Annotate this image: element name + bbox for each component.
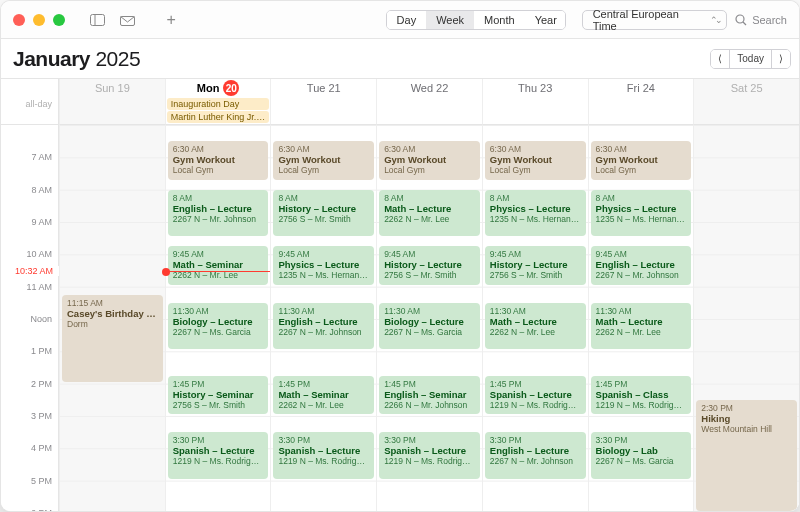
- day-column[interactable]: 6:30 AMGym WorkoutLocal Gym8 AMPhysics –…: [482, 125, 588, 511]
- day-column[interactable]: 6:30 AMGym WorkoutLocal Gym8 AMPhysics –…: [588, 125, 694, 511]
- day-header[interactable]: Thu 23: [482, 79, 588, 97]
- today-button[interactable]: Today: [729, 50, 771, 68]
- day-header[interactable]: Sat 25: [693, 79, 799, 97]
- view-week[interactable]: Week: [426, 11, 474, 29]
- day-header[interactable]: Fri 24: [588, 79, 694, 97]
- event[interactable]: 3:30 PMSpanish – Lecture1219 N – Ms. Rod…: [168, 432, 269, 479]
- event-title: Spanish – Class: [596, 389, 687, 400]
- hour-label: 2 PM: [31, 379, 52, 389]
- day-column[interactable]: 6:30 AMGym WorkoutLocal Gym8 AMMath – Le…: [376, 125, 482, 511]
- allday-cell[interactable]: [376, 97, 482, 125]
- event[interactable]: 8 AMEnglish – Lecture2267 N – Mr. Johnso…: [168, 190, 269, 237]
- sidebar-toggle-icon[interactable]: [87, 10, 109, 30]
- close-window-button[interactable]: [13, 14, 25, 26]
- event[interactable]: 9:45 AMPhysics – Lecture1235 N – Ms. Her…: [273, 246, 374, 284]
- fullscreen-window-button[interactable]: [53, 14, 65, 26]
- event-location: Local Gym: [490, 165, 581, 175]
- event[interactable]: 11:30 AMMath – Lecture2262 N – Mr. Lee: [485, 303, 586, 350]
- event-title: History – Lecture: [384, 259, 475, 270]
- event[interactable]: 1:45 PMHistory – Seminar2756 S – Mr. Smi…: [168, 376, 269, 414]
- search-field[interactable]: Search: [735, 14, 787, 26]
- allday-cell[interactable]: [59, 97, 165, 125]
- event-time: 9:45 AM: [490, 249, 581, 259]
- event[interactable]: 6:30 AMGym WorkoutLocal Gym: [379, 141, 480, 179]
- event-location: 1219 N – Ms. Rodriguez: [173, 456, 264, 466]
- event[interactable]: 6:30 AMGym WorkoutLocal Gym: [273, 141, 374, 179]
- event[interactable]: 2:30 PMHikingWest Mountain Hill: [696, 400, 797, 511]
- day-header[interactable]: Mon20: [165, 79, 271, 97]
- day-header[interactable]: Tue 21: [270, 79, 376, 97]
- view-day[interactable]: Day: [387, 11, 427, 29]
- event[interactable]: 8 AMPhysics – Lecture1235 N – Ms. Hernan…: [591, 190, 692, 237]
- event[interactable]: 9:45 AMEnglish – Lecture2267 N – Mr. Joh…: [591, 246, 692, 284]
- allday-cell[interactable]: [693, 97, 799, 125]
- day-column[interactable]: 11:15 AMCasey's Birthday PartyDorm: [59, 125, 165, 511]
- next-week-button[interactable]: ⟩: [771, 50, 790, 68]
- event-location: 2756 S – Mr. Smith: [384, 270, 475, 280]
- event-time: 2:30 PM: [701, 403, 792, 413]
- event[interactable]: 11:15 AMCasey's Birthday PartyDorm: [62, 295, 163, 382]
- event[interactable]: 9:45 AMMath – Seminar2262 N – Mr. Lee: [168, 246, 269, 284]
- allday-cell[interactable]: Inauguration DayMartin Luther King Jr.…: [165, 97, 271, 125]
- event-title: English – Lecture: [596, 259, 687, 270]
- day-column[interactable]: 6:30 AMGym WorkoutLocal Gym8 AMEnglish –…: [165, 125, 271, 511]
- event-time: 8 AM: [384, 193, 475, 203]
- event[interactable]: 11:30 AMEnglish – Lecture2267 N – Mr. Jo…: [273, 303, 374, 350]
- day-column[interactable]: 2:30 PMHikingWest Mountain Hill: [693, 125, 799, 511]
- event[interactable]: 3:30 PMSpanish – Lecture1219 N – Ms. Rod…: [379, 432, 480, 479]
- event[interactable]: 11:30 AMBiology – Lecture2267 N – Ms. Ga…: [379, 303, 480, 350]
- event[interactable]: 9:45 AMHistory – Lecture2756 S – Mr. Smi…: [485, 246, 586, 284]
- day-column[interactable]: 6:30 AMGym WorkoutLocal Gym8 AMHistory –…: [270, 125, 376, 511]
- event[interactable]: 9:45 AMHistory – Lecture2756 S – Mr. Smi…: [379, 246, 480, 284]
- event-time: 3:30 PM: [173, 435, 264, 445]
- event[interactable]: 1:45 PMSpanish – Lecture1219 N – Ms. Rod…: [485, 376, 586, 414]
- day-header[interactable]: Wed 22: [376, 79, 482, 97]
- inbox-icon[interactable]: [117, 10, 139, 30]
- event-location: West Mountain Hill: [701, 424, 792, 434]
- allday-cell[interactable]: [270, 97, 376, 125]
- event[interactable]: 3:30 PMSpanish – Lecture1219 N – Ms. Rod…: [273, 432, 374, 479]
- event-location: 2267 N – Mr. Johnson: [173, 214, 264, 224]
- event[interactable]: 1:45 PMSpanish – Class1219 N – Ms. Rodri…: [591, 376, 692, 414]
- event-title: Math – Lecture: [490, 316, 581, 327]
- event-location: 1235 N – Ms. Hernandez: [490, 214, 581, 224]
- event-location: 2262 N – Mr. Lee: [490, 327, 581, 337]
- minimize-window-button[interactable]: [33, 14, 45, 26]
- hour-label: 8 AM: [31, 185, 52, 195]
- svg-line-4: [743, 22, 746, 25]
- prev-week-button[interactable]: ⟨: [711, 50, 729, 68]
- svg-rect-0: [91, 14, 105, 25]
- event[interactable]: 8 AMMath – Lecture2262 N – Mr. Lee: [379, 190, 480, 237]
- event-title: Biology – Lecture: [173, 316, 264, 327]
- event[interactable]: 6:30 AMGym WorkoutLocal Gym: [485, 141, 586, 179]
- add-event-button[interactable]: +: [160, 10, 182, 30]
- current-time-label: 10:32 AM: [1, 266, 59, 276]
- event[interactable]: 8 AMPhysics – Lecture1235 N – Ms. Hernan…: [485, 190, 586, 237]
- event[interactable]: 6:30 AMGym WorkoutLocal Gym: [591, 141, 692, 179]
- allday-event[interactable]: Inauguration Day: [167, 98, 270, 110]
- allday-event[interactable]: Martin Luther King Jr.…: [167, 111, 270, 123]
- event-time: 3:30 PM: [278, 435, 369, 445]
- view-year[interactable]: Year: [525, 11, 566, 29]
- allday-cell[interactable]: [482, 97, 588, 125]
- event[interactable]: 3:30 PMBiology – Lab2267 N – Ms. Garcia: [591, 432, 692, 479]
- day-header[interactable]: Sun 19: [59, 79, 165, 97]
- event-time: 6:30 AM: [278, 144, 369, 154]
- event-location: 2756 S – Mr. Smith: [490, 270, 581, 280]
- event[interactable]: 6:30 AMGym WorkoutLocal Gym: [168, 141, 269, 179]
- event-time: 3:30 PM: [384, 435, 475, 445]
- timezone-label: Central European Time: [593, 8, 705, 32]
- today-badge: 20: [223, 80, 239, 96]
- event-location: Local Gym: [278, 165, 369, 175]
- event[interactable]: 11:30 AMMath – Lecture2262 N – Mr. Lee: [591, 303, 692, 350]
- view-month[interactable]: Month: [474, 11, 525, 29]
- event[interactable]: 1:45 PMMath – Seminar2262 N – Mr. Lee: [273, 376, 374, 414]
- view-mode-segmented[interactable]: Day Week Month Year: [386, 10, 566, 30]
- titlebar: + Day Week Month Year Central European T…: [1, 1, 799, 39]
- event[interactable]: 3:30 PMEnglish – Lecture2267 N – Mr. Joh…: [485, 432, 586, 479]
- timezone-picker[interactable]: Central European Time ⌃⌄: [582, 10, 728, 30]
- allday-cell[interactable]: [588, 97, 694, 125]
- event[interactable]: 8 AMHistory – Lecture2756 S – Mr. Smith: [273, 190, 374, 237]
- event[interactable]: 1:45 PMEnglish – Seminar2266 N – Mr. Joh…: [379, 376, 480, 414]
- event[interactable]: 11:30 AMBiology – Lecture2267 N – Ms. Ga…: [168, 303, 269, 350]
